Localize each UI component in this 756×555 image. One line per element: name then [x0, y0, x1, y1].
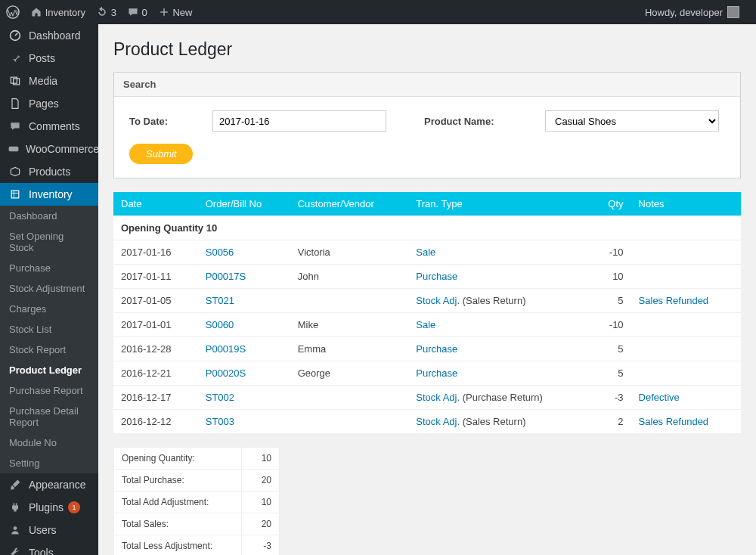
bill-link: ST021 — [206, 295, 234, 306]
bill-link: S0056 — [206, 246, 234, 258]
bill-link: P00019S — [206, 343, 246, 355]
search-panel: Search To Date: Product Name: Casual Sho… — [113, 72, 741, 178]
content-area: Product Ledger Search To Date: Product N… — [98, 24, 756, 555]
bill-link: S0060 — [206, 319, 234, 330]
bill-link: P00017S — [206, 271, 246, 282]
media-icon — [8, 75, 23, 87]
menu-plugins[interactable]: Plugins1 — [0, 496, 98, 519]
summary-table: Opening Quantity:10Total Purchase:20Tota… — [113, 447, 280, 555]
howdy-link[interactable]: Howdy, developer — [645, 6, 739, 18]
new-link[interactable]: New — [158, 6, 193, 18]
submenu-stock-report[interactable]: Stock Report — [0, 340, 98, 360]
col-date[interactable]: Date — [113, 192, 198, 216]
submenu-stock-adjustment[interactable]: Stock Adjustment — [0, 278, 98, 299]
updates-link[interactable]: 3 — [96, 6, 116, 18]
table-row: 2016-12-12ST003Stock Adj. (Sales Return)… — [113, 410, 741, 434]
col-qty[interactable]: Qty — [592, 192, 631, 216]
submenu-charges[interactable]: Charges — [0, 299, 98, 319]
admin-sidebar: DashboardPostsMediaPagesCommentsWooComme… — [0, 24, 98, 555]
submenu-setting[interactable]: Setting — [0, 453, 98, 473]
bill-link: P00020S — [206, 367, 246, 379]
admin-bar: Inventory 3 0 New Howdy, developer — [0, 0, 756, 24]
submenu-set-opening-stock[interactable]: Set Opening Stock — [0, 226, 98, 258]
menu-media[interactable]: Media — [0, 70, 98, 92]
to-date-label: To Date: — [129, 116, 212, 127]
comments-link[interactable]: 0 — [127, 6, 147, 18]
bill-link: ST003 — [206, 416, 234, 427]
menu-dashboard[interactable]: Dashboard — [0, 24, 98, 47]
table-row: 2017-01-16S0056VictoriaSale -10 — [113, 240, 741, 265]
menu-woocommerce[interactable]: WooCommerce — [0, 138, 98, 160]
search-panel-header: Search — [114, 73, 740, 97]
table-row: 2016-12-21P00020SGeorgePurchase 5 — [113, 361, 741, 386]
opening-row: Opening Quantity 10 — [113, 216, 741, 240]
page-title: Product Ledger — [113, 39, 741, 60]
product-name-label: Product Name: — [424, 116, 507, 127]
summary-row: Total Sales:20 — [114, 513, 280, 535]
product-name-select[interactable]: Casual Shoes — [545, 110, 719, 132]
submit-button[interactable]: Submit — [129, 144, 193, 164]
menu-pages[interactable]: Pages — [0, 92, 98, 115]
menu-products[interactable]: Products — [0, 160, 98, 183]
col-notes[interactable]: Notes — [631, 192, 741, 216]
box-icon — [8, 166, 23, 178]
submenu-purchase-report[interactable]: Purchase Report — [0, 380, 98, 401]
menu-inventory[interactable]: Inventory — [0, 183, 98, 206]
submenu-stock-list[interactable]: Stock List — [0, 319, 98, 340]
ledger-table: Date Order/Bill No Customer/Vendor Tran.… — [113, 192, 741, 433]
summary-row: Total Purchase:20 — [114, 470, 280, 491]
menu-posts[interactable]: Posts — [0, 47, 98, 70]
table-row: 2017-01-05ST021Stock Adj. (Sales Return)… — [113, 289, 741, 313]
col-type[interactable]: Tran. Type — [408, 192, 591, 216]
wp-logo[interactable] — [6, 5, 20, 19]
dashboard-icon — [8, 29, 23, 42]
wrench-icon — [8, 547, 23, 555]
menu-comments[interactable]: Comments — [0, 115, 98, 138]
submenu-module-no[interactable]: Module No — [0, 433, 98, 453]
comment-icon — [8, 120, 23, 132]
summary-row: Total Add Adjustment:10 — [114, 491, 280, 513]
submenu-product-ledger[interactable]: Product Ledger — [0, 360, 98, 380]
table-row: 2017-01-01S0060MikeSale -10 — [113, 313, 741, 337]
table-row: 2017-01-11P00017SJohnPurchase 10 — [113, 265, 741, 289]
menu-users[interactable]: Users — [0, 519, 98, 541]
col-cust[interactable]: Customer/Vendor — [290, 192, 409, 216]
woo-icon — [8, 143, 20, 155]
pin-icon — [8, 52, 23, 64]
plugin-icon — [8, 501, 23, 513]
page-icon — [8, 98, 23, 110]
summary-row: Opening Quantity:10 — [114, 448, 280, 470]
table-row: 2016-12-28P00019SEmmaPurchase 5 — [113, 337, 741, 361]
avatar-icon — [727, 6, 739, 18]
col-bill[interactable]: Order/Bill No — [198, 192, 290, 216]
table-row: 2016-12-17ST002Stock Adj. (Purchase Retu… — [113, 386, 741, 410]
to-date-input[interactable] — [212, 110, 386, 132]
menu-tools[interactable]: Tools — [0, 541, 98, 555]
summary-row: Total Less Adjustment:-3 — [114, 535, 280, 556]
bill-link: ST002 — [206, 392, 234, 403]
badge: 1 — [68, 501, 80, 513]
menu-appearance[interactable]: Appearance — [0, 473, 98, 496]
submenu-dashboard[interactable]: Dashboard — [0, 206, 98, 226]
user-icon — [8, 524, 23, 536]
site-link[interactable]: Inventory — [30, 6, 85, 18]
inventory-icon — [8, 188, 23, 200]
submenu-purchase[interactable]: Purchase — [0, 258, 98, 278]
brush-icon — [8, 479, 23, 491]
submenu-purchase-detail-report[interactable]: Purchase Detail Report — [0, 401, 98, 433]
